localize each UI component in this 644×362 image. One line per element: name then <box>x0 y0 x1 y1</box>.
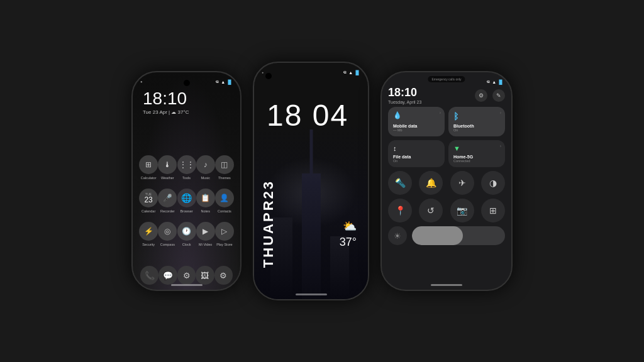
bt-labels: Bluetooth On <box>453 121 500 132</box>
cc-tile-wifi[interactable]: ▼ › Home-5G Connected <box>448 140 505 167</box>
wifi-labels: Home-5G Connected <box>453 152 500 163</box>
app-compass[interactable]: ◎ Compass <box>158 222 177 246</box>
wifi-sublabel: Connected <box>453 159 500 163</box>
clock-icon: 🕐 <box>177 222 196 241</box>
app-mivideo[interactable]: ▶ Mi Video <box>196 222 215 246</box>
bt-label: Bluetooth <box>453 124 500 128</box>
phone3-signal-icon: ▲ <box>492 80 496 84</box>
cc-brightness-icon[interactable]: ☀ <box>388 226 407 245</box>
phone1-home-indicator <box>171 284 203 286</box>
cc-qr[interactable]: ⊞ <box>481 199 505 222</box>
cc-tile-wifi-top: ▼ › <box>453 145 500 152</box>
cc-tile-mobile-data[interactable]: 💧 › Mobile data — Mb <box>388 107 445 136</box>
cc-header: 18:10 Tuesday, April 23 ⚙ ✎ <box>388 86 505 104</box>
cc-location[interactable]: 📍 <box>388 199 412 222</box>
app-tools[interactable]: ⋮⋮ Tools <box>177 155 196 180</box>
bt-icon: ᪤ <box>215 80 219 84</box>
calculator-label: Calculator <box>141 176 157 180</box>
vertical-date-text: THUAPR23 <box>262 180 275 268</box>
cc-time-date: 18:10 Tuesday, April 23 <box>388 86 421 104</box>
playstore-label: Play Store <box>216 243 232 246</box>
mivideo-icon: ▶ <box>196 222 215 241</box>
phone3-screen: Emergency calls only ᪤ ▲ ▐▌ 18:10 Tuesda… <box>382 72 511 290</box>
battery-icon: ▐▌ <box>226 80 233 84</box>
cc-tiles-container: 💧 › Mobile data — Mb ᛒ › Bluetooth <box>388 107 505 249</box>
cc-tile-row-2: ↕ File data On ▼ › Home-5G Connected <box>388 140 505 167</box>
browser-label: Browser <box>180 209 192 213</box>
cc-flashlight[interactable]: 🔦 <box>388 171 412 195</box>
phone2-clock: 18 04 <box>267 101 348 131</box>
app-calculator[interactable]: ⊞ Calculator <box>139 155 158 180</box>
app-themes[interactable]: ◫ Themes <box>215 155 234 180</box>
tools-label: Tools <box>182 176 191 180</box>
compass-icon: ◎ <box>158 222 177 241</box>
phone2-home-indicator <box>296 293 327 295</box>
app-recorder[interactable]: 🎤 Recorder <box>158 189 177 213</box>
app-browser[interactable]: 🌐 Browser <box>177 189 196 213</box>
cc-alarm[interactable]: 🔔 <box>419 171 443 195</box>
app-contacts[interactable]: 👤 Contacts <box>215 189 234 213</box>
app-clock[interactable]: 🕐 Clock <box>177 222 196 246</box>
cc-time: 18:10 <box>388 86 421 99</box>
mobile-data-icon: 💧 <box>393 111 402 119</box>
app-calendar[interactable]: TUE 23 Calendar <box>139 189 158 213</box>
app-security[interactable]: ⚡ Security <box>139 222 158 246</box>
cc-contrast[interactable]: ◑ <box>481 171 505 195</box>
cc-tile-bluetooth[interactable]: ᛒ › Bluetooth On <box>448 107 505 136</box>
dock-messages[interactable]: 💬 <box>158 266 177 285</box>
clock-label: Clock <box>182 243 191 246</box>
notes-label: Notes <box>201 209 210 213</box>
cc-tile-file-data[interactable]: ↕ File data On <box>388 140 445 167</box>
notes-icon: 📋 <box>196 189 215 207</box>
app-playstore[interactable]: ▷ Play Store <box>215 222 234 246</box>
wifi-icon: ▲ <box>221 80 225 84</box>
bt-sublabel: On <box>453 128 500 132</box>
cc-camera[interactable]: 📷 <box>450 199 474 222</box>
cc-brightness-bar[interactable] <box>412 226 505 245</box>
phone2-battery-icon: ▐▌ <box>354 70 360 75</box>
cc-tile-mobile-data-top: 💧 › <box>393 111 440 119</box>
cc-circle-row-2: 📍 ↺ 📷 ⊞ <box>388 199 505 222</box>
phone2-bt-icon: ᪤ <box>343 70 347 75</box>
main-tower <box>302 173 321 299</box>
phone1-date: Tue 23 Apr | ☁ 37°C <box>143 109 189 115</box>
music-label: Music <box>201 176 210 180</box>
calendar-icon: TUE 23 <box>139 189 158 207</box>
app-notes[interactable]: 📋 Notes <box>196 189 215 213</box>
cc-rotate[interactable]: ↺ <box>419 199 443 222</box>
cc-date: Tuesday, April 23 <box>388 100 421 104</box>
cc-brightness-fill <box>412 226 463 245</box>
phone3-status-bar: ᪤ ▲ ▐▌ <box>382 76 511 87</box>
browser-icon: 🌐 <box>177 189 196 207</box>
cc-tile-row-1: 💧 › Mobile data — Mb ᛒ › Bluetooth <box>388 107 505 136</box>
phone3-battery-icon: ▐▌ <box>497 80 504 84</box>
contacts-label: Contacts <box>218 209 231 213</box>
camera-hole-2 <box>265 73 272 79</box>
phone1-status-icons: ᪤ ▲ ▐▌ <box>215 80 233 84</box>
dock-settings[interactable]: ⚙ <box>177 266 196 285</box>
wifi-tile-icon: ▼ <box>453 145 460 152</box>
phone-1: ● ᪤ ▲ ▐▌ 18:10 Tue 23 Apr | ☁ 37°C ⊞ Cal… <box>131 71 242 291</box>
themes-icon: ◫ <box>215 155 234 174</box>
mobile-data-label: Mobile data <box>393 124 440 128</box>
dock-phone[interactable]: 📞 <box>140 266 158 285</box>
calculator-icon: ⊞ <box>139 155 158 174</box>
security-label: Security <box>142 243 155 246</box>
compass-label: Compass <box>160 243 175 246</box>
weather-icon: 🌡 <box>158 155 177 174</box>
phone1-time: 18:10 <box>143 90 189 107</box>
mobile-data-labels: Mobile data — Mb <box>393 121 440 132</box>
playstore-icon: ▷ <box>215 222 234 241</box>
cc-circle-row-1: 🔦 🔔 ✈ ◑ <box>388 171 505 195</box>
phone1-time-widget: 18:10 Tue 23 Apr | ☁ 37°C <box>143 90 189 115</box>
cc-settings-icon[interactable]: ⚙ <box>475 89 487 102</box>
dock-extra[interactable]: ⚙ <box>214 266 233 285</box>
app-row-2: TUE 23 Calendar 🎤 Recorder 🌐 Browser 📋 N… <box>139 189 234 213</box>
cc-edit-icon[interactable]: ✎ <box>492 89 505 102</box>
recorder-label: Recorder <box>160 209 175 213</box>
dock-gallery[interactable]: 🖼 <box>196 266 214 285</box>
app-weather[interactable]: 🌡 Weather <box>158 155 177 180</box>
file-data-label: File data <box>393 155 440 159</box>
app-music[interactable]: ♪ Music <box>196 155 215 180</box>
cc-airplane[interactable]: ✈ <box>450 171 474 195</box>
